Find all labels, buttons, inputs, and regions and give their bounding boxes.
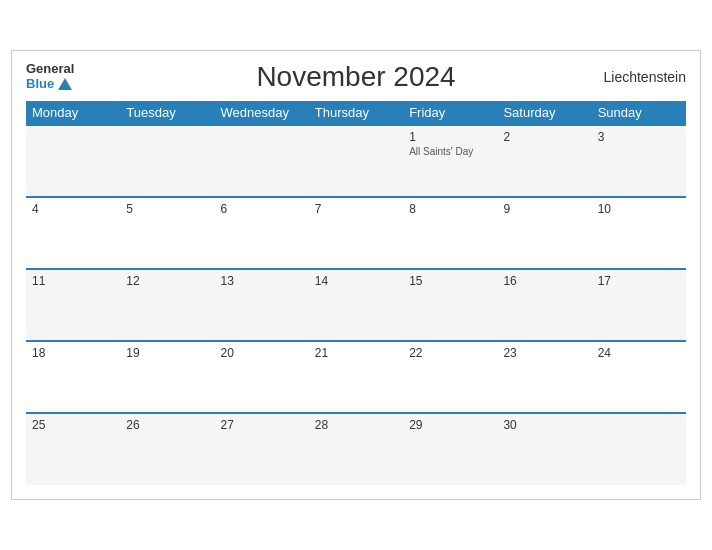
header-tuesday: Tuesday bbox=[120, 101, 214, 125]
day-cell: 16 bbox=[497, 269, 591, 341]
header-sunday: Sunday bbox=[592, 101, 686, 125]
day-cell: 18 bbox=[26, 341, 120, 413]
day-number: 13 bbox=[221, 274, 303, 288]
day-cell bbox=[215, 125, 309, 197]
week-row-4: 252627282930 bbox=[26, 413, 686, 485]
day-cell: 9 bbox=[497, 197, 591, 269]
day-number: 4 bbox=[32, 202, 114, 216]
country-label: Liechtenstein bbox=[603, 69, 686, 85]
day-cell: 1All Saints' Day bbox=[403, 125, 497, 197]
day-cell: 4 bbox=[26, 197, 120, 269]
week-row-3: 18192021222324 bbox=[26, 341, 686, 413]
day-cell: 2 bbox=[497, 125, 591, 197]
week-row-1: 45678910 bbox=[26, 197, 686, 269]
week-row-0: 1All Saints' Day23 bbox=[26, 125, 686, 197]
day-number: 12 bbox=[126, 274, 208, 288]
holiday-name: All Saints' Day bbox=[409, 146, 491, 157]
day-cell: 26 bbox=[120, 413, 214, 485]
header-monday: Monday bbox=[26, 101, 120, 125]
header-thursday: Thursday bbox=[309, 101, 403, 125]
day-number: 2 bbox=[503, 130, 585, 144]
day-cell: 7 bbox=[309, 197, 403, 269]
logo-triangle-icon bbox=[58, 78, 72, 90]
calendar-container: General Blue November 2024 Liechtenstein… bbox=[11, 50, 701, 500]
day-number: 30 bbox=[503, 418, 585, 432]
day-cell: 27 bbox=[215, 413, 309, 485]
week-row-2: 11121314151617 bbox=[26, 269, 686, 341]
day-number: 16 bbox=[503, 274, 585, 288]
day-number: 22 bbox=[409, 346, 491, 360]
day-cell: 22 bbox=[403, 341, 497, 413]
day-cell: 24 bbox=[592, 341, 686, 413]
day-cell: 3 bbox=[592, 125, 686, 197]
day-number: 1 bbox=[409, 130, 491, 144]
day-number: 24 bbox=[598, 346, 680, 360]
day-number: 14 bbox=[315, 274, 397, 288]
day-number: 25 bbox=[32, 418, 114, 432]
logo-general-text: General bbox=[26, 61, 74, 76]
day-cell: 8 bbox=[403, 197, 497, 269]
day-number: 8 bbox=[409, 202, 491, 216]
header-saturday: Saturday bbox=[497, 101, 591, 125]
day-number: 9 bbox=[503, 202, 585, 216]
day-number: 17 bbox=[598, 274, 680, 288]
day-number: 6 bbox=[221, 202, 303, 216]
day-number: 15 bbox=[409, 274, 491, 288]
day-number: 3 bbox=[598, 130, 680, 144]
day-number: 27 bbox=[221, 418, 303, 432]
day-number: 20 bbox=[221, 346, 303, 360]
logo: General Blue bbox=[26, 61, 74, 91]
day-cell: 14 bbox=[309, 269, 403, 341]
day-number: 28 bbox=[315, 418, 397, 432]
day-cell bbox=[592, 413, 686, 485]
weekday-header-row: Monday Tuesday Wednesday Thursday Friday… bbox=[26, 101, 686, 125]
header-wednesday: Wednesday bbox=[215, 101, 309, 125]
day-cell: 12 bbox=[120, 269, 214, 341]
day-cell: 30 bbox=[497, 413, 591, 485]
day-number: 18 bbox=[32, 346, 114, 360]
day-cell: 15 bbox=[403, 269, 497, 341]
day-cell: 20 bbox=[215, 341, 309, 413]
day-cell: 23 bbox=[497, 341, 591, 413]
calendar-title: November 2024 bbox=[256, 61, 455, 93]
day-number: 11 bbox=[32, 274, 114, 288]
day-cell: 19 bbox=[120, 341, 214, 413]
day-number: 21 bbox=[315, 346, 397, 360]
day-cell: 21 bbox=[309, 341, 403, 413]
logo-blue-text: Blue bbox=[26, 76, 54, 91]
day-cell: 25 bbox=[26, 413, 120, 485]
day-number: 23 bbox=[503, 346, 585, 360]
day-cell: 28 bbox=[309, 413, 403, 485]
day-cell: 29 bbox=[403, 413, 497, 485]
day-cell: 5 bbox=[120, 197, 214, 269]
day-number: 26 bbox=[126, 418, 208, 432]
day-number: 10 bbox=[598, 202, 680, 216]
day-number: 19 bbox=[126, 346, 208, 360]
day-number: 7 bbox=[315, 202, 397, 216]
day-cell bbox=[309, 125, 403, 197]
calendar-header: General Blue November 2024 Liechtenstein bbox=[26, 61, 686, 93]
day-cell: 6 bbox=[215, 197, 309, 269]
day-number: 5 bbox=[126, 202, 208, 216]
day-cell: 10 bbox=[592, 197, 686, 269]
day-cell: 11 bbox=[26, 269, 120, 341]
day-cell bbox=[120, 125, 214, 197]
logo-blue-row: Blue bbox=[26, 76, 72, 91]
day-number: 29 bbox=[409, 418, 491, 432]
header-friday: Friday bbox=[403, 101, 497, 125]
day-cell: 13 bbox=[215, 269, 309, 341]
day-cell: 17 bbox=[592, 269, 686, 341]
calendar-grid: Monday Tuesday Wednesday Thursday Friday… bbox=[26, 101, 686, 485]
day-cell bbox=[26, 125, 120, 197]
